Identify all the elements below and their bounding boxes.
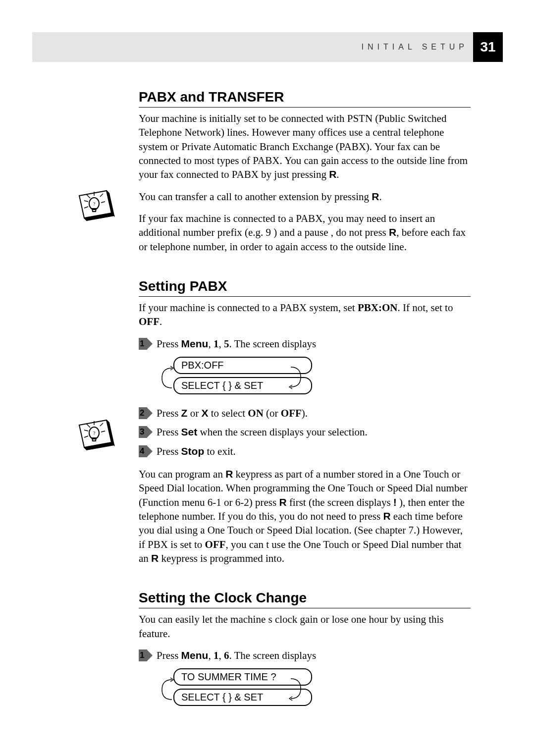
- step-text: Press Set when the screen displays your …: [157, 425, 368, 439]
- section-setting-pabx: Setting PABX If your machine is connecte…: [139, 278, 471, 565]
- step-1: 1 Press Menu, 1, 5. The screen displays: [139, 337, 471, 351]
- tip-icon-1-container: ?: [69, 181, 126, 225]
- step-text: Press Stop to exit.: [157, 444, 236, 458]
- svg-text:?: ?: [93, 201, 96, 207]
- heading-clock-change: Setting the Clock Change: [139, 590, 471, 608]
- lcd-display: TO SUMMER TIME ? SELECT { } & SET: [173, 668, 342, 709]
- section-pabx-transfer: PABX and TRANSFER Your machine is initia…: [139, 89, 471, 254]
- step-3: 3 Press Set when the screen displays you…: [139, 425, 471, 439]
- heading-pabx-transfer: PABX and TRANSFER: [139, 89, 471, 108]
- step-text: Press Menu, 1, 6. The screen displays: [157, 648, 316, 662]
- step-text: Press Menu, 1, 5. The screen displays: [157, 337, 316, 351]
- section-clock-change: Setting the Clock Change You can easily …: [139, 590, 471, 709]
- lightbulb-tip-icon: ?: [69, 181, 119, 223]
- header-bar: INITIAL SETUP 31: [32, 32, 503, 62]
- cycle-arrow-right-icon: [288, 365, 303, 389]
- paragraph: You can transfer a call to another exten…: [139, 190, 471, 204]
- lcd-display: PBX:OFF SELECT { } & SET: [173, 357, 342, 397]
- page-number-text: 31: [480, 39, 495, 55]
- step-1: 1 Press Menu, 1, 6. The screen displays: [139, 648, 471, 662]
- cycle-arrow-right-icon: [288, 676, 303, 701]
- paragraph: If your machine is connected to a PABX s…: [139, 301, 471, 329]
- step-2: 2 Press Z or X to select ON (or OFF).: [139, 406, 471, 420]
- paragraph: If your fax machine is connected to a PA…: [139, 212, 471, 254]
- paragraph: You can program an R keypress as part of…: [139, 467, 471, 565]
- cycle-arrow-left-icon: [160, 677, 174, 702]
- step-marker-icon: 1: [139, 649, 153, 661]
- step-text: Press Z or X to select ON (or OFF).: [157, 406, 308, 420]
- header-section-label: INITIAL SETUP: [362, 43, 468, 52]
- paragraph: You can easily let the machine s clock g…: [139, 612, 471, 641]
- cycle-arrow-left-icon: [160, 366, 174, 390]
- paragraph: Your machine is initially set to be conn…: [139, 111, 471, 182]
- heading-setting-pabx: Setting PABX: [139, 278, 471, 297]
- step-marker-icon: 2: [139, 407, 153, 419]
- lightbulb-tip-icon: ?: [69, 410, 119, 452]
- svg-text:?: ?: [93, 431, 96, 436]
- step-marker-icon: 4: [139, 445, 153, 457]
- step-marker-icon: 1: [139, 338, 153, 350]
- page-number: 31: [473, 32, 503, 62]
- step-marker-icon: 3: [139, 426, 153, 438]
- page-content: PABX and TRANSFER Your machine is initia…: [139, 89, 471, 734]
- tip-icon-2-container: ?: [69, 410, 126, 454]
- step-4: 4 Press Stop to exit.: [139, 444, 471, 458]
